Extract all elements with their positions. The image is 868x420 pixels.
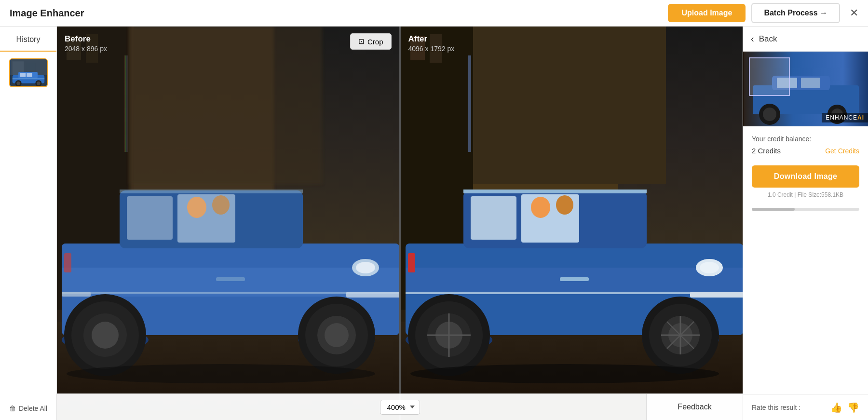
download-button[interactable]: Download Image xyxy=(752,165,859,188)
svg-rect-56 xyxy=(468,55,471,152)
after-title: After xyxy=(408,34,455,44)
svg-point-44 xyxy=(92,322,119,349)
rate-section: Rate this result : 👍 👎 xyxy=(743,394,868,420)
svg-rect-30 xyxy=(127,196,173,240)
credits-count: 2 Credits xyxy=(752,147,781,155)
sidebar-bottom: 🗑 Delete All xyxy=(0,87,56,420)
after-label: After 4096 x 1792 px xyxy=(408,34,455,53)
svg-point-32 xyxy=(212,195,230,215)
svg-rect-64 xyxy=(471,196,516,240)
svg-point-87 xyxy=(410,364,719,383)
svg-point-40 xyxy=(325,323,349,347)
crop-label: Crop xyxy=(367,38,383,46)
zoom-select[interactable]: 25% 50% 100% 200% 400% xyxy=(380,400,420,415)
svg-rect-20 xyxy=(129,27,322,184)
svg-point-92 xyxy=(763,108,776,121)
after-panel: After 4096 x 1792 px xyxy=(401,27,743,420)
thumbs-up-button[interactable]: 👍 xyxy=(830,402,842,413)
svg-point-66 xyxy=(556,195,573,215)
svg-point-85 xyxy=(700,262,719,273)
app-title: Image Enhancer xyxy=(10,8,84,19)
svg-rect-33 xyxy=(120,190,303,193)
thumbnail-image xyxy=(10,59,47,86)
svg-point-12 xyxy=(37,81,41,85)
sidebar: History xyxy=(0,27,57,420)
rate-buttons: 👍 👎 xyxy=(830,402,859,413)
svg-point-48 xyxy=(67,364,375,383)
before-title: Before xyxy=(65,34,107,44)
before-dimensions: 2048 x 896 px xyxy=(65,45,107,53)
scrollbar-track xyxy=(752,208,859,211)
scrollbar-area xyxy=(743,204,868,215)
credits-row: 2 Credits Get Credits xyxy=(752,147,859,155)
back-button[interactable]: ‹ Back xyxy=(743,27,868,52)
before-label: Before 2048 x 896 px xyxy=(65,34,107,53)
back-label: Back xyxy=(759,34,777,44)
svg-rect-47 xyxy=(64,253,71,272)
svg-rect-96 xyxy=(801,78,820,88)
upload-image-button[interactable]: Upload Image xyxy=(668,4,746,22)
svg-rect-13 xyxy=(12,78,44,79)
trash-icon: 🗑 xyxy=(9,405,16,412)
credits-section: Your credit balance: 2 Credits Get Credi… xyxy=(743,126,868,160)
svg-point-10 xyxy=(16,81,20,85)
svg-rect-67 xyxy=(463,190,647,193)
get-credits-link[interactable]: Get Credits xyxy=(825,147,859,155)
svg-rect-36 xyxy=(216,277,245,281)
header: Image Enhancer Upload Image Batch Proces… xyxy=(0,0,868,27)
svg-rect-68 xyxy=(690,292,743,298)
watermark: ENHANCEAI xyxy=(822,113,868,122)
thumbs-down-button[interactable]: 👎 xyxy=(847,402,859,413)
watermark-text: ENHANCE xyxy=(826,114,857,121)
feedback-button[interactable]: Feedback xyxy=(646,393,743,420)
back-arrow-icon: ‹ xyxy=(751,33,754,44)
delete-all-label: Delete All xyxy=(19,405,47,412)
svg-point-31 xyxy=(187,197,206,218)
svg-rect-8 xyxy=(27,73,32,77)
history-thumbnail[interactable] xyxy=(9,58,48,87)
before-image xyxy=(57,27,399,420)
preview-selection-box xyxy=(749,57,790,96)
after-image xyxy=(401,27,743,420)
svg-rect-35 xyxy=(62,292,91,297)
main-layout: History xyxy=(0,27,868,420)
svg-rect-86 xyxy=(408,253,415,272)
crop-icon: ⊡ xyxy=(358,37,365,46)
after-dimensions: 4096 x 1792 px xyxy=(408,45,455,53)
svg-rect-21 xyxy=(124,55,128,152)
credits-label: Your credit balance: xyxy=(752,135,859,143)
sidebar-item-history[interactable]: History xyxy=(0,27,56,52)
batch-process-button[interactable]: Batch Process → xyxy=(751,3,840,23)
svg-rect-7 xyxy=(20,73,25,77)
rate-label: Rate this result : xyxy=(752,404,800,411)
preview-container: ENHANCEAI xyxy=(743,52,868,126)
svg-rect-55 xyxy=(473,27,666,184)
watermark-ai: AI xyxy=(857,114,864,121)
download-meta: 1.0 Credit | File Size:558.1KB xyxy=(752,191,859,198)
svg-rect-34 xyxy=(346,292,399,298)
header-actions: Upload Image Batch Process → ✕ xyxy=(668,3,858,23)
svg-rect-69 xyxy=(560,277,589,281)
zoom-bar: 25% 50% 100% 200% 400% xyxy=(57,393,743,420)
feedback-label: Feedback xyxy=(678,403,711,411)
right-panel: ‹ Back xyxy=(743,27,868,420)
close-button[interactable]: ✕ xyxy=(850,7,858,19)
compare-area: Before 2048 x 896 px ⊡ Crop xyxy=(57,27,743,420)
svg-point-46 xyxy=(356,262,375,273)
svg-point-65 xyxy=(531,197,550,218)
before-panel: Before 2048 x 896 px ⊡ Crop xyxy=(57,27,401,420)
scrollbar-thumb[interactable] xyxy=(752,208,795,211)
delete-all-button[interactable]: 🗑 Delete All xyxy=(9,405,47,412)
crop-button[interactable]: ⊡ Crop xyxy=(350,33,392,50)
download-section: Download Image 1.0 Credit | File Size:55… xyxy=(743,160,868,204)
